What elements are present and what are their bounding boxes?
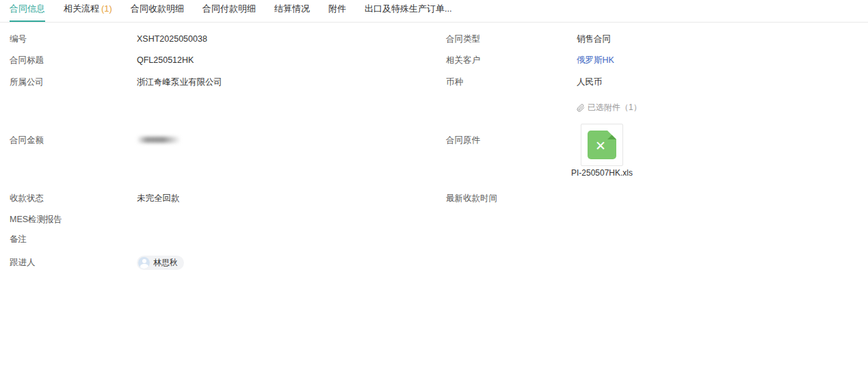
customer-label: 相关客户 bbox=[446, 54, 480, 66]
company-label: 所属公司 bbox=[10, 76, 44, 88]
attachment-file-name[interactable]: PI-250507HK.xls bbox=[561, 167, 643, 179]
tab-contract-payment-detail[interactable]: 合同付款明细 bbox=[202, 0, 256, 22]
contract-type-label: 合同类型 bbox=[446, 33, 480, 45]
company-value: 浙江奇峰泵业有限公司 bbox=[137, 76, 222, 88]
contract-title-value: QFL250512HK bbox=[137, 54, 194, 66]
contract-title-label: 合同标题 bbox=[10, 54, 44, 66]
selected-attachments-label: 已选附件（1） bbox=[577, 102, 642, 113]
tab-label: 相关流程 bbox=[64, 3, 99, 14]
payment-status-value: 未完全回款 bbox=[137, 192, 180, 204]
paperclip-icon bbox=[577, 104, 585, 112]
user-avatar-icon bbox=[138, 257, 150, 269]
tab-label: 附件 bbox=[328, 3, 346, 14]
tab-settlement-status[interactable]: 结算情况 bbox=[274, 0, 310, 22]
contract-no-value: XSHT2025050038 bbox=[137, 33, 207, 45]
contract-type-value: 销售合同 bbox=[577, 33, 611, 45]
tab-contract-info[interactable]: 合同信息 bbox=[10, 0, 45, 22]
tab-count-badge: (1) bbox=[101, 3, 112, 14]
latest-payment-time-label: 最新收款时间 bbox=[446, 192, 497, 204]
contract-amount-label: 合同金额 bbox=[10, 134, 44, 146]
tab-label: 出口及特殊生产订单... bbox=[365, 3, 452, 14]
contract-amount-redacted-value bbox=[137, 137, 181, 143]
tab-label: 合同收款明细 bbox=[131, 3, 184, 14]
follower-chip[interactable]: 林思秋 bbox=[137, 256, 184, 270]
tab-attachments[interactable]: 附件 bbox=[328, 0, 346, 22]
excel-x-glyph: ✕ bbox=[595, 139, 606, 152]
tab-contract-receipt-detail[interactable]: 合同收款明细 bbox=[131, 0, 184, 22]
tab-export-special-orders[interactable]: 出口及特殊生产订单... bbox=[365, 0, 452, 22]
contract-no-label: 编号 bbox=[10, 33, 27, 45]
currency-label: 币种 bbox=[446, 76, 463, 88]
contract-info-panel: 编号 XSHT2025050038 合同类型 销售合同 合同标题 QFL2505… bbox=[0, 23, 868, 367]
remark-label: 备注 bbox=[10, 233, 27, 245]
follower-label: 跟进人 bbox=[10, 256, 36, 269]
tab-label: 合同付款明细 bbox=[202, 3, 256, 14]
attachment-file-card[interactable]: ✕ bbox=[581, 124, 623, 166]
currency-value: 人民币 bbox=[577, 76, 603, 88]
selected-attachments-text: 已选附件（1） bbox=[588, 102, 642, 113]
tab-label: 结算情况 bbox=[274, 3, 310, 14]
payment-status-label: 收款状态 bbox=[10, 192, 44, 204]
folded-corner bbox=[607, 131, 616, 139]
tab-label: 合同信息 bbox=[10, 3, 45, 14]
excel-file-icon: ✕ bbox=[588, 131, 616, 159]
mes-report-label: MES检测报告 bbox=[10, 213, 62, 226]
contract-original-label: 合同原件 bbox=[446, 134, 480, 146]
tab-bar: 合同信息 相关流程(1) 合同收款明细 合同付款明细 结算情况 附件 出口及特殊… bbox=[0, 0, 868, 23]
follower-name: 林思秋 bbox=[153, 257, 178, 269]
customer-link[interactable]: 俄罗斯HK bbox=[577, 54, 614, 66]
tab-related-process[interactable]: 相关流程(1) bbox=[64, 0, 112, 22]
